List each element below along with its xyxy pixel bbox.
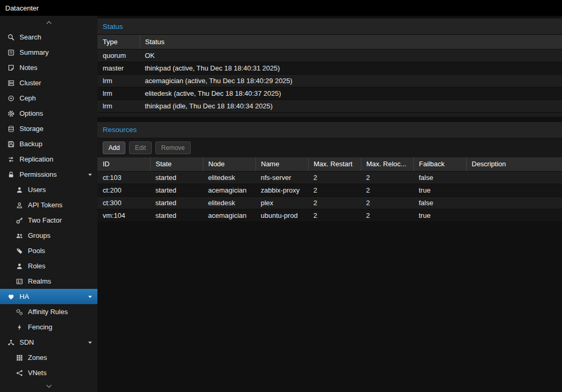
sidebar-item-api-tokens[interactable]: API Tokens: [0, 197, 97, 213]
cell-state: started: [150, 197, 203, 209]
sidebar-item-label: Two Factor: [28, 216, 62, 224]
cell-node: acemagician: [203, 209, 255, 222]
sidebar-item-permissions[interactable]: Permissions: [0, 167, 97, 182]
user-icon: [16, 186, 23, 194]
sidebar-item-label: Ceph: [19, 94, 36, 102]
column-header-max-restart[interactable]: Max. Restart: [308, 157, 361, 172]
sidebar-item-label: VNets: [28, 369, 46, 377]
cell-max-restart: 2: [308, 184, 361, 197]
sidebar-item-notes[interactable]: Notes: [0, 60, 97, 75]
resources-toolbar: Add Edit Remove: [97, 138, 562, 157]
column-header-node[interactable]: Node: [203, 157, 255, 172]
role-icon: [16, 263, 23, 270]
sidebar-item-sdn[interactable]: SDN: [0, 335, 97, 350]
status-table: Type Status quorum OK master thinkpad (a…: [97, 35, 562, 113]
sidebar-item-label: Zones: [28, 354, 47, 361]
sidebar-item-label: Notes: [19, 64, 37, 72]
chevron-down-icon[interactable]: [87, 172, 93, 178]
resources-panel: Resources Add Edit Remove ID State: [97, 122, 562, 223]
table-row[interactable]: lrm elitedesk (active, Thu Dec 18 18:40:…: [97, 87, 562, 99]
sidebar-item-ha[interactable]: HA: [0, 289, 97, 304]
table-row[interactable]: lrm acemagician (active, Thu Dec 18 18:4…: [97, 74, 562, 87]
sidebar-item-label: SDN: [19, 338, 34, 346]
sidebar-item-vnets[interactable]: VNets: [0, 365, 97, 380]
add-button[interactable]: Add: [103, 142, 125, 154]
sidebar-item-zones[interactable]: Zones: [0, 350, 97, 365]
sidebar-item-label: Roles: [28, 262, 45, 270]
column-header-name[interactable]: Name: [255, 157, 308, 172]
column-header-type[interactable]: Type: [97, 35, 140, 49]
table-row[interactable]: master thinkpad (active, Thu Dec 18 18:4…: [97, 62, 562, 74]
table-row[interactable]: ct:200 started acemagician zabbix-proxy …: [97, 184, 562, 197]
replication-icon: [7, 156, 15, 163]
sidebar-item-search[interactable]: Search: [0, 29, 97, 45]
cell-type: quorum: [97, 49, 140, 62]
cell-id: ct:300: [97, 197, 150, 209]
user-outline-icon: [16, 202, 23, 209]
sidebar-item-users[interactable]: Users: [0, 182, 97, 197]
share-nodes-icon: [16, 369, 23, 377]
sidebar-item-fencing[interactable]: Fencing: [0, 319, 97, 335]
tags-icon: [16, 247, 23, 255]
cell-type: master: [97, 62, 140, 74]
cell-state: started: [150, 184, 203, 197]
page-title: Datacenter: [5, 4, 39, 12]
cell-max-reloc: 2: [361, 172, 413, 184]
scroll-down-icon[interactable]: [0, 383, 97, 391]
sidebar-item-options[interactable]: Options: [0, 106, 97, 121]
app-window: Datacenter Search Summary Notes Cluster: [0, 0, 562, 392]
cell-description: [466, 184, 562, 197]
table-row[interactable]: vm:104 started acemagician ubuntu-prod 2…: [97, 209, 562, 222]
cell-state: started: [150, 209, 203, 222]
column-header-state[interactable]: State: [150, 157, 203, 172]
chevron-down-icon[interactable]: [87, 339, 93, 346]
sidebar-item-roles[interactable]: Roles: [0, 258, 97, 274]
notes-icon: [7, 64, 15, 72]
column-header-max-relocate[interactable]: Max. Reloc...: [361, 157, 413, 172]
resources-panel-header: Resources: [97, 122, 562, 138]
column-header-description[interactable]: Description: [466, 157, 562, 172]
table-row[interactable]: lrm thinkpad (idle, Thu Dec 18 18:40:34 …: [97, 99, 562, 112]
sidebar-item-summary[interactable]: Summary: [0, 45, 97, 60]
table-row[interactable]: ct:103 started elitedesk nfs-server 2 2 …: [97, 172, 562, 184]
scroll-up-icon[interactable]: [0, 19, 97, 27]
sidebar-item-label: Affinity Rules: [28, 308, 68, 316]
sidebar-item-backup[interactable]: Backup: [0, 136, 97, 152]
sidebar-item-replication[interactable]: Replication: [0, 152, 97, 167]
sidebar-item-label: Replication: [19, 155, 53, 163]
column-header-id[interactable]: ID: [97, 157, 150, 172]
search-icon: [7, 34, 15, 41]
remove-button[interactable]: Remove: [155, 142, 191, 154]
sidebar-item-two-factor[interactable]: Two Factor: [0, 213, 97, 228]
sidebar-item-label: Groups: [28, 232, 51, 239]
column-header-status[interactable]: Status: [140, 35, 562, 49]
sidebar-item-storage[interactable]: Storage: [0, 121, 97, 136]
status-panel-header: Status: [97, 18, 562, 35]
chevron-down-icon[interactable]: [87, 294, 93, 300]
sidebar-item-ceph[interactable]: Ceph: [0, 91, 97, 106]
cell-type: lrm: [97, 87, 140, 99]
sidebar-item-label: Cluster: [19, 79, 41, 87]
sidebar-item-groups[interactable]: Groups: [0, 228, 97, 243]
cell-description: [466, 197, 562, 209]
cell-max-reloc: 2: [361, 184, 413, 197]
cell-failback: true: [413, 184, 466, 197]
sidebar-item-realms[interactable]: Realms: [0, 274, 97, 289]
sidebar-item-label: Pools: [28, 247, 45, 255]
sidebar-item-label: Summary: [19, 48, 49, 56]
cell-type: lrm: [97, 74, 140, 87]
sidebar-item-label: Storage: [19, 125, 44, 133]
cell-status: OK: [140, 49, 562, 62]
sidebar-item-cluster[interactable]: Cluster: [0, 75, 97, 91]
sidebar-item-affinity-rules[interactable]: Affinity Rules: [0, 304, 97, 319]
edit-button[interactable]: Edit: [129, 142, 152, 154]
table-row[interactable]: ct:300 started elitedesk plex 2 2 false: [97, 197, 562, 209]
cell-name: nfs-server: [255, 172, 308, 184]
sidebar-item-pools[interactable]: Pools: [0, 243, 97, 258]
table-row[interactable]: quorum OK: [97, 49, 562, 62]
column-header-failback[interactable]: Failback: [413, 157, 466, 172]
cell-status: thinkpad (idle, Thu Dec 18 18:40:34 2025…: [140, 99, 562, 112]
backup-icon: [7, 140, 15, 148]
cell-name: ubuntu-prod: [255, 209, 308, 222]
grid-icon: [16, 354, 23, 361]
